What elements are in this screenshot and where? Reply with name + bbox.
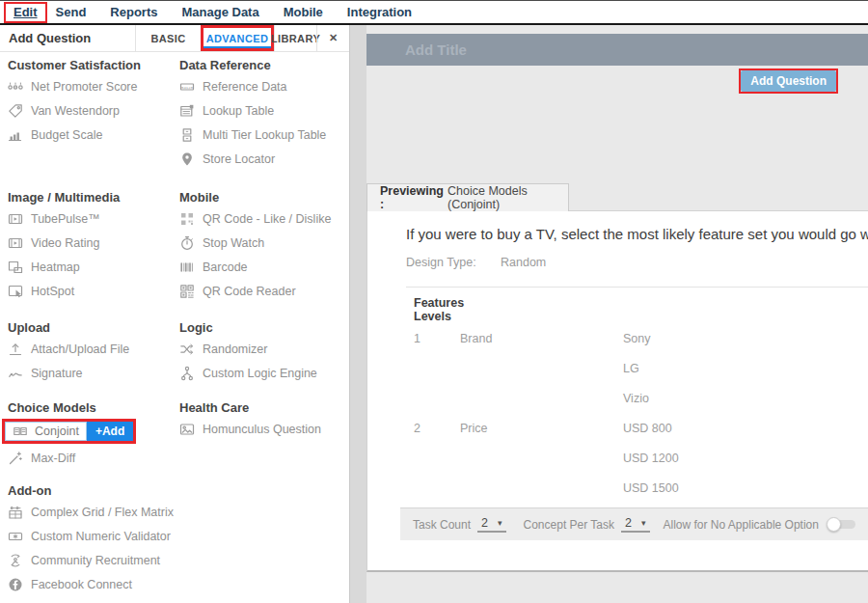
logic-engine-icon	[179, 366, 195, 381]
sidebar-item-qr-code-like-dislike[interactable]: QR Code - Like / Dislike	[179, 206, 349, 231]
sidebar-item-barcode[interactable]: Barcode	[179, 255, 349, 279]
sidebar-item-attach-upload-file[interactable]: Attach/Upload File	[8, 337, 179, 361]
item-label: Reference Data	[203, 80, 287, 94]
section-title: Add-on	[8, 482, 179, 500]
add-question-button[interactable]: Add Question	[741, 70, 836, 92]
section-logic: LogicRandomizerCustom Logic Engine	[179, 319, 349, 385]
close-panel-button[interactable]: ✕	[316, 25, 349, 51]
tab-library[interactable]: LIBRARY	[274, 25, 316, 51]
sidebar-item-net-promoter-score[interactable]: Net Promoter Score	[8, 74, 179, 98]
item-label: Van Westendorp	[31, 104, 120, 118]
menu-item-integration[interactable]: Integration	[347, 5, 412, 19]
sidebar-item-stop-watch[interactable]: Stop Watch	[179, 231, 349, 255]
panel-tabs: BASICADVANCEDLIBRARY	[135, 25, 316, 51]
features-levels-table: Features Levels 1BrandSonyLGVizio2PriceU…	[414, 296, 868, 503]
concept-per-task-select[interactable]: 2 ▾	[621, 516, 649, 533]
bar-chart-icon	[8, 127, 23, 143]
item-label: Attach/Upload File	[31, 343, 129, 356]
upload-icon	[8, 342, 23, 357]
sidebar-item-randomizer[interactable]: Randomizer	[179, 337, 349, 361]
menu-item-send[interactable]: Send	[56, 5, 87, 19]
concept-per-task-label: Concept Per Task	[524, 518, 615, 532]
add-title-bar[interactable]: Add Title	[366, 34, 868, 66]
nps-icon	[8, 79, 23, 95]
section-title: Logic	[179, 319, 349, 337]
sidebar-item-qr-code-reader[interactable]: QR Code Reader	[179, 279, 349, 303]
sidebar-item-hotspot[interactable]: HotSpot	[8, 279, 179, 303]
section-title: Choice Models	[8, 399, 179, 417]
no-applicable-option-toggle[interactable]	[827, 517, 855, 533]
section-title: Data Reference	[179, 57, 349, 74]
levels-list: SonyLGVizio	[623, 323, 868, 413]
menubar: EditSendReportsManage DataMobileIntegrat…	[0, 0, 868, 25]
tab-basic[interactable]: BASIC	[135, 25, 201, 51]
sidebar-item-multi-tier-lookup-table[interactable]: Multi Tier Lookup Table	[179, 123, 349, 147]
task-count-label: Task Count	[413, 518, 471, 532]
toggle-knob	[827, 517, 841, 532]
survey-builder-page: EditSendReportsManage DataMobileIntegrat…	[0, 0, 868, 603]
sidebar-item-community-recruitment[interactable]: Community Recruitment	[8, 548, 179, 572]
item-label: Net Promoter Score	[31, 80, 137, 94]
sidebar-item-complex-grid-flex-matrix[interactable]: Complex Grid / Flex Matrix	[8, 500, 179, 524]
item-label: Max-Diff	[31, 452, 75, 465]
item-label: Conjoint	[35, 425, 79, 438]
task-count-value: 2	[481, 516, 488, 530]
qr-reader-icon	[179, 284, 195, 299]
section-customer-satisfaction: Customer SatisfactionNet Promoter ScoreV…	[8, 57, 179, 147]
sidebar-item-budget-scale[interactable]: Budget Scale	[8, 123, 179, 147]
complex-grid-icon	[8, 505, 23, 520]
sidebar-item-max-diff[interactable]: Max-Diff	[8, 446, 179, 470]
sidebar-item-heatmap[interactable]: Heatmap	[8, 255, 179, 279]
item-label: Signature	[31, 367, 83, 380]
menu-item-reports[interactable]: Reports	[110, 5, 157, 19]
section-image-multimedia: Image / MultimediaTubePulse™Video Rating…	[8, 189, 179, 303]
sidebar-item-tubepulse[interactable]: TubePulse™	[8, 206, 179, 231]
stopwatch-icon	[179, 235, 195, 251]
item-label: Video Rating	[31, 236, 99, 250]
item-label: Multi Tier Lookup Table	[203, 128, 326, 142]
section-choice-models: Choice ModelsConjoint+AddMax-Diff	[8, 399, 179, 470]
menu-item-mobile[interactable]: Mobile	[284, 5, 323, 19]
main-area: Add Title Add Question Previewing : Choi…	[350, 25, 868, 603]
panel-title: Add Question	[0, 31, 135, 45]
sidebar-item-reference-data[interactable]: 54123Reference Data	[179, 74, 349, 98]
add-conjoint-button[interactable]: +Add	[87, 422, 133, 441]
item-label: QR Code - Like / Dislike	[203, 212, 331, 226]
item-label: Community Recruitment	[31, 554, 160, 567]
tab-advanced[interactable]: ADVANCED	[201, 25, 274, 51]
randomizer-icon	[179, 342, 195, 357]
task-count-select[interactable]: 2 ▾	[477, 516, 505, 533]
sidebar-item-van-westendorp[interactable]: Van Westendorp	[8, 98, 179, 123]
item-label: Lookup Table	[203, 104, 274, 118]
add-question-annotation: Add Question	[739, 69, 838, 94]
sidebar-item-conjoint[interactable]: Conjoint	[5, 422, 87, 441]
preview-tab-prefix: Previewing :	[380, 184, 444, 211]
feature-name: Brand	[460, 323, 623, 353]
question-type-column-1: Customer SatisfactionNet Promoter ScoreV…	[8, 57, 179, 596]
section-upload: UploadAttach/Upload FileSignature	[8, 319, 179, 385]
price-tag-icon	[8, 103, 23, 119]
menu-item-edit[interactable]: Edit	[4, 2, 47, 23]
add-question-panel: Add Question BASICADVANCEDLIBRARY ✕ Cust…	[0, 25, 350, 603]
caret-down-icon: ▾	[641, 518, 646, 528]
level-value: USD 1500	[623, 473, 868, 503]
features-header: Features	[414, 296, 623, 310]
question-text: If you were to buy a TV, select the most…	[406, 224, 868, 245]
table-header: Features Levels	[414, 296, 868, 323]
menu-item-manage-data[interactable]: Manage Data	[181, 5, 258, 19]
item-label: HotSpot	[31, 285, 74, 298]
item-label: Custom Logic Engine	[203, 367, 317, 380]
sidebar-item-lookup-table[interactable]: Lookup Table	[179, 98, 349, 123]
numeric-validator-icon	[8, 529, 23, 544]
homunculus-icon	[179, 422, 195, 437]
sidebar-item-video-rating[interactable]: Video Rating	[8, 231, 179, 255]
table-rows: 1BrandSonyLGVizio2PriceUSD 800USD 1200US…	[414, 323, 868, 503]
sidebar-item-custom-numeric-validator[interactable]: Custom Numeric Validator	[8, 524, 179, 548]
item-label: TubePulse™	[31, 212, 100, 226]
sidebar-item-store-locator[interactable]: Store Locator	[179, 147, 349, 171]
sidebar-item-signature[interactable]: Signature	[8, 361, 179, 385]
sidebar-item-homunculus-question[interactable]: Homunculus Question	[179, 417, 349, 441]
sidebar-item-facebook-connect[interactable]: Facebook Connect	[8, 572, 179, 596]
sidebar-item-custom-logic-engine[interactable]: Custom Logic Engine	[179, 361, 349, 385]
feature-number: 1	[414, 323, 460, 353]
